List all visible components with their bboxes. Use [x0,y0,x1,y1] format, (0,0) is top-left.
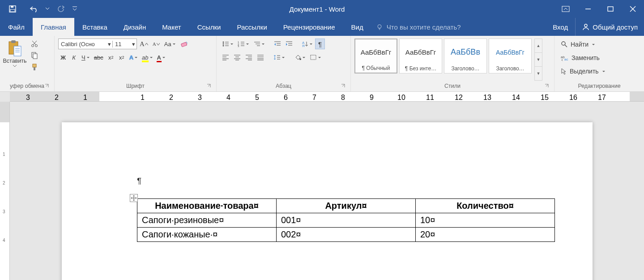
align-center-button[interactable] [232,52,243,63]
brush-icon [30,63,38,71]
style-heading1[interactable]: АаБбВв Заголово… [444,39,487,73]
style-heading2[interactable]: АаБбВвГг Заголово… [489,39,532,73]
tab-review[interactable]: Рецензирование [275,18,343,36]
style-no-spacing[interactable]: АаБбВвГг ¶ Без инте… [399,39,442,73]
strikethrough-button[interactable]: abc [92,52,105,63]
font-name-dropdown[interactable]: ▾ [106,41,112,47]
page[interactable]: ¶ Наименование·товара¤ Артикул¤ Количест… [62,122,593,280]
table-cell[interactable]: Сапоги·кожаные·¤ [137,228,277,242]
save-button[interactable] [4,0,21,18]
font-size-input[interactable]: 11 [112,41,130,47]
table-cell[interactable]: 002¤ [277,228,416,242]
bullets-icon [222,41,229,47]
dialog-launcher[interactable] [44,83,51,90]
table-header[interactable]: Количество¤ [416,199,555,213]
vertical-ruler[interactable]: 1 2 3 4 [0,102,10,280]
gallery-more[interactable]: ▼ [535,67,542,80]
minimize-button[interactable] [577,0,599,18]
italic-button[interactable]: К [69,52,79,63]
chevron-down-icon [46,8,49,10]
show-marks-button[interactable]: ¶ [315,39,325,49]
document-table[interactable]: Наименование·товара¤ Артикул¤ Количество… [137,198,555,242]
decrease-indent-button[interactable] [272,39,283,49]
style-normal[interactable]: АаБбВвГг ¶ Обычный [354,39,397,73]
select-button[interactable]: Выделить [558,65,640,77]
text-effects-button[interactable]: A [128,52,139,63]
tab-layout[interactable]: Макет [154,18,189,36]
shading-button[interactable] [292,52,307,63]
change-case-button[interactable]: Aa [162,39,177,49]
multilevel-icon [253,41,260,47]
horizontal-ruler[interactable]: 3 2 1 1 2 3 4 5 6 7 8 9 10 11 12 13 14 1… [10,92,644,102]
paste-button[interactable]: Вставить [3,38,27,77]
align-right-button[interactable] [243,52,254,63]
find-button[interactable]: Найти [558,39,640,50]
table-move-handle[interactable] [130,194,138,202]
sort-button[interactable]: AЯ [300,39,314,49]
dialog-launcher[interactable] [544,83,550,90]
justify-button[interactable] [255,52,266,63]
tab-references[interactable]: Ссылки [189,18,229,36]
shrink-font-button[interactable]: A [151,39,162,49]
gallery-up[interactable]: ▲ [535,39,542,53]
tab-insert[interactable]: Вставка [74,18,115,36]
gallery-down[interactable]: ▼ [535,53,542,67]
table-cell[interactable]: Сапоги·резиновые¤ [137,213,277,228]
svg-rect-27 [181,42,187,47]
page-scroll[interactable]: ¶ Наименование·товара¤ Артикул¤ Количест… [10,102,644,280]
multilevel-button[interactable] [252,39,266,49]
table-cell[interactable]: 10¤ [416,213,555,228]
chevron-down-icon [73,6,77,12]
borders-button[interactable] [308,52,323,63]
svg-rect-4 [562,6,569,12]
maximize-button[interactable] [599,0,622,18]
svg-rect-24 [33,54,37,59]
undo-dropdown[interactable] [43,0,52,18]
tab-view[interactable]: Вид [343,18,371,36]
tab-home[interactable]: Главная [33,18,74,36]
table-cell[interactable]: 20¤ [416,228,555,242]
superscript-button[interactable]: x2 [117,52,127,63]
numbering-button[interactable]: 123 [236,39,251,49]
tab-file[interactable]: Файл [0,18,33,36]
group-font: Calibri (Осно ▾ 11 ▾ A A Aa Ж К Ч abc x2… [55,36,217,91]
copy-button[interactable] [29,50,40,61]
dialog-launcher[interactable] [341,83,347,90]
close-button[interactable] [622,0,644,18]
underline-button[interactable]: Ч [80,52,91,63]
bold-button[interactable]: Ж [58,52,68,63]
clear-formatting-button[interactable] [178,39,191,49]
group-label-paragraph: Абзац [219,82,348,90]
cut-button[interactable] [29,39,40,49]
table-header[interactable]: Артикул¤ [277,199,416,213]
ribbon-tabs: Файл Главная Вставка Дизайн Макет Ссылки… [0,18,644,36]
replace-button[interactable]: abac Заменить [558,52,640,64]
ribbon-display-options[interactable] [554,0,577,18]
paragraph-mark: ¶ [137,176,557,186]
tab-mailings[interactable]: Рассылки [229,18,275,36]
highlight-button[interactable]: ab [140,52,154,63]
font-selector[interactable]: Calibri (Осно ▾ 11 ▾ [58,39,137,49]
svg-point-32 [223,45,224,47]
signin-button[interactable]: Вход [546,18,575,36]
font-size-dropdown[interactable]: ▾ [130,41,136,47]
font-name-input[interactable]: Calibri (Осно [59,41,106,47]
qat-customize[interactable] [70,0,80,18]
font-color-button[interactable]: A [155,52,167,63]
tab-design[interactable]: Дизайн [115,18,154,36]
undo-button[interactable] [25,0,43,18]
table-cell[interactable]: 001¤ [277,213,416,228]
redo-button[interactable] [52,0,70,18]
align-left-button[interactable] [220,52,231,63]
table-header[interactable]: Наименование·товара¤ [137,199,277,213]
dialog-launcher[interactable] [206,83,213,90]
tell-me[interactable]: Что вы хотите сделать? [371,18,546,36]
grow-font-button[interactable]: A [138,39,150,49]
share-button[interactable]: Общий доступ [575,18,644,36]
bullets-button[interactable] [220,39,235,49]
increase-indent-button[interactable] [284,39,294,49]
format-painter-button[interactable] [29,62,40,73]
line-spacing-button[interactable] [272,52,286,63]
subscript-button[interactable]: x2 [106,52,116,63]
group-label-font: Шрифт [57,82,213,90]
